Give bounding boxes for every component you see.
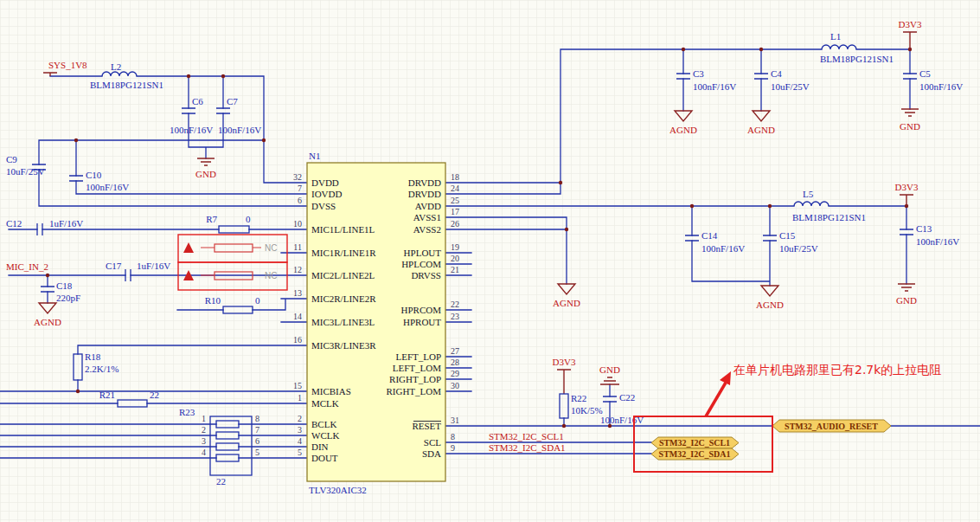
value: 10uF/25V [771, 81, 810, 92]
net-label-d3v3: D3V3 [553, 357, 576, 367]
designator: C18 [56, 280, 73, 291]
net-label-gnd: GND [195, 169, 216, 179]
pin-number: 20 [451, 254, 459, 263]
value: 22 [216, 476, 226, 487]
port-label: STM32_I2C_SDA1 [659, 449, 731, 459]
pin-name: MIC3L/LINE3L [311, 317, 375, 327]
pin-number: 1 [298, 393, 302, 403]
designator: R10 [205, 295, 221, 306]
designator: C10 [86, 170, 102, 180]
pin-name: SCL [424, 437, 441, 448]
pin-number: 21 [451, 265, 459, 274]
value: 10uF/25V [6, 166, 45, 177]
designator: C13 [916, 223, 932, 234]
designator: C22 [619, 392, 635, 403]
pin-number: 31 [451, 416, 459, 425]
net-label-mic-in-2[interactable]: MIC_IN_2 [6, 261, 48, 272]
pin-number: 22 [451, 300, 459, 309]
pin-name: MIC2R/LINE2R [311, 293, 376, 304]
pin-name: DRVDD [408, 189, 441, 199]
pin-number: 30 [451, 381, 459, 390]
pin-number: 26 [451, 219, 459, 229]
pin-name: IOVDD [311, 189, 342, 199]
port-stm32-i2c-scl1[interactable]: STM32_I2C_SCL1 [651, 437, 739, 448]
net-label-agnd: AGND [34, 317, 61, 327]
pin-number: 23 [451, 312, 459, 321]
value: BLM18PG121SN1 [792, 212, 866, 222]
pin-name: MIC2L/LINE2L [311, 270, 375, 280]
designator: R21 [99, 390, 115, 400]
pin-name: BCLK [311, 419, 336, 429]
designator: C12 [6, 218, 22, 229]
pin-number: 7 [298, 184, 302, 193]
pin-number: 15 [293, 381, 302, 390]
value: 100nF/16V [218, 125, 261, 135]
ic-part-number: TLV320AIC32 [309, 485, 367, 495]
pin-name: DIN [311, 441, 329, 452]
pin-name: DRVSS [411, 270, 441, 280]
nc-label: NC [265, 271, 277, 280]
pin-name: DOUT [311, 453, 338, 463]
pin-number: 11 [293, 242, 302, 252]
ic-tlv320aic32[interactable]: N1 TLV320AIC32 32 7 6 10 11 12 13 14 16 … [293, 151, 459, 495]
pin-number: 12 [293, 265, 302, 274]
net-label-agnd: AGND [669, 125, 697, 135]
pin-number: 32 [293, 172, 302, 182]
pin-number: 5 [298, 448, 302, 457]
designator: C6 [192, 96, 203, 106]
network-pin-number: 7 [255, 425, 259, 435]
net-label-i2c-sda[interactable]: STM32_I2C_SDA1 [489, 442, 566, 453]
designator: C9 [6, 154, 17, 164]
value: BLM18PG121SN1 [90, 80, 163, 90]
pin-name: AVDD [415, 201, 441, 211]
pin-name: LEFT_LOM [393, 363, 441, 373]
designator: L2 [111, 61, 121, 72]
network-pin-number: 3 [202, 436, 206, 446]
value: 22 [150, 390, 159, 400]
value: 2.2K/1% [85, 364, 118, 374]
designator: R22 [571, 393, 586, 403]
network-pin-number: 8 [255, 414, 259, 423]
pin-name: DRVDD [408, 177, 441, 188]
pin-number: 3 [298, 425, 302, 435]
network-pin-number: 4 [202, 448, 206, 457]
network-pin-number: 5 [255, 448, 259, 457]
value: 1uF/16V [49, 218, 83, 229]
net-label-agnd: AGND [553, 298, 580, 308]
pin-name: DVDD [311, 177, 339, 188]
pin-name: AVSS2 [413, 224, 441, 235]
value: 100nF/16V [919, 81, 963, 92]
value: 100nF/16V [86, 182, 129, 192]
pin-name: RIGHT_LOM [386, 386, 441, 396]
value: 0 [255, 295, 260, 306]
pin-number: 14 [293, 312, 302, 321]
pin-number: 28 [451, 358, 459, 367]
pin-number: 2 [298, 414, 302, 423]
designator: L1 [830, 31, 841, 42]
designator: R23 [179, 407, 195, 417]
pin-number: 9 [451, 443, 455, 453]
pin-number: 10 [293, 219, 302, 229]
pin-number: 18 [451, 172, 459, 182]
network-pin-number: 2 [202, 425, 206, 435]
net-label-gnd: GND [900, 121, 920, 132]
schematic-svg: N1 TLV320AIC32 32 7 6 10 11 12 13 14 16 … [0, 0, 980, 522]
value: 10K/5% [571, 405, 603, 416]
net-label-i2c-scl[interactable]: STM32_I2C_SCL1 [489, 431, 564, 441]
net-label-d3v3: D3V3 [899, 19, 922, 29]
pin-name: MIC1R/LINE1R [311, 248, 376, 258]
net-label-d3v3: D3V3 [895, 182, 919, 192]
port-stm32-i2c-sda1[interactable]: STM32_I2C_SDA1 [651, 448, 739, 460]
designator: C15 [779, 230, 796, 241]
value: 220pF [56, 293, 80, 303]
pin-name: MIC1L/LINE1L [311, 224, 375, 235]
port-stm32-audio-reset[interactable]: STM32_AUDIO_RESET [772, 420, 891, 432]
schematic-canvas: N1 TLV320AIC32 32 7 6 10 11 12 13 14 16 … [0, 0, 980, 522]
designator: R7 [206, 214, 217, 224]
pin-name: DVSS [311, 201, 336, 211]
pin-number: 8 [451, 432, 455, 441]
pin-number: 19 [451, 242, 459, 252]
pin-name: MICBIAS [311, 386, 351, 396]
net-label-gnd: GND [896, 295, 917, 306]
pin-name: HPLOUT [404, 248, 442, 258]
